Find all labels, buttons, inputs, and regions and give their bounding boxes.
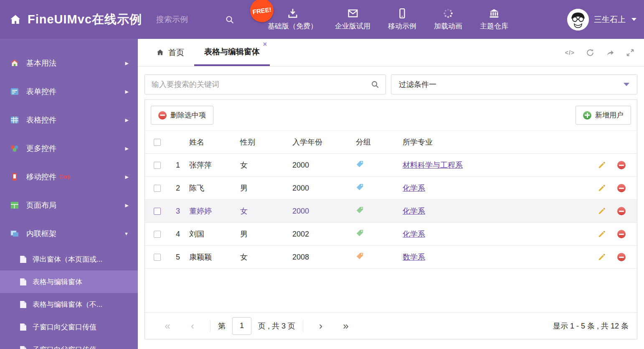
page-suffix: 页 , 共 3 页 xyxy=(258,321,295,331)
table-row[interactable]: 1 张萍萍 女 2000 材料科学与工程系 xyxy=(145,154,637,177)
keyword-search-input[interactable] xyxy=(151,80,370,89)
header-nav: FREE! 基础版（免费） 企业版试用 移动示例 加载动画 主题仓库 xyxy=(259,8,517,31)
row-checkbox[interactable] xyxy=(154,185,161,192)
edit-icon[interactable] xyxy=(598,253,606,261)
delete-icon[interactable] xyxy=(617,230,626,238)
sidebar-subitem-grid-edit-window-2[interactable]: 表格与编辑窗体（不... xyxy=(0,293,138,316)
sidebar-subitem-grid-edit-window[interactable]: 表格与编辑窗体 xyxy=(0,270,138,293)
chevron-right-icon xyxy=(125,146,129,151)
nav-theme-repo[interactable]: 主题仓库 xyxy=(480,8,508,31)
mobile-icon xyxy=(397,8,408,19)
row-number: 5 xyxy=(169,253,186,262)
row-checkbox[interactable] xyxy=(154,162,161,169)
select-all-checkbox[interactable] xyxy=(154,139,161,146)
home-icon xyxy=(10,59,19,67)
table-row[interactable]: 3 董婷婷 女 2000 化学系 xyxy=(145,200,637,223)
chevron-right-icon xyxy=(125,203,129,208)
header-search-input[interactable] xyxy=(155,15,214,25)
sidebar-item-iframe[interactable]: 内联框架 xyxy=(0,219,138,248)
data-grid: 姓名 性别 入学年份 分组 所学专业 1 张萍萍 女 2000 xyxy=(145,130,637,312)
search-icon[interactable] xyxy=(370,80,380,89)
filter-row: 过滤条件一 xyxy=(138,66,644,94)
first-page-button[interactable] xyxy=(155,320,180,332)
sidebar-item-page-layout[interactable]: 页面布局 xyxy=(0,191,138,219)
row-major-link[interactable]: 数学系 xyxy=(403,253,425,261)
bank-icon xyxy=(489,8,499,19)
row-major-link[interactable]: 化学系 xyxy=(403,184,425,192)
last-page-button[interactable] xyxy=(333,320,358,332)
table-row[interactable]: 2 陈飞 男 2000 化学系 xyxy=(145,177,637,200)
edit-icon[interactable] xyxy=(598,184,606,192)
page-number-input[interactable] xyxy=(232,317,251,335)
header-name: 姓名 xyxy=(186,137,237,147)
row-checkbox[interactable] xyxy=(154,231,161,238)
sidebar-item-more-controls[interactable]: 更多控件 xyxy=(0,134,138,163)
sidebar-subitem-child-to-parent-2[interactable]: 子窗口向父窗口传值... xyxy=(0,338,138,349)
tab-grid-edit-window[interactable]: 表格与编辑窗体 xyxy=(194,39,270,66)
expand-icon[interactable] xyxy=(626,48,635,57)
row-name: 陈飞 xyxy=(186,183,237,193)
nav-mobile-demo[interactable]: 移动示例 xyxy=(388,8,416,31)
add-user-button[interactable]: 新增用户 xyxy=(576,106,631,125)
chevron-right-icon xyxy=(125,61,129,66)
sidebar-item-grid-controls[interactable]: 表格控件 xyxy=(0,106,138,134)
phone-icon xyxy=(10,173,19,181)
tab-label: 首页 xyxy=(168,47,184,58)
file-icon xyxy=(20,323,27,331)
sidebar-item-basic-usage[interactable]: 基本用法 xyxy=(0,49,138,77)
nav-loading-animation[interactable]: 加载动画 xyxy=(434,8,462,31)
row-checkbox[interactable] xyxy=(154,208,161,215)
edit-icon[interactable] xyxy=(598,230,606,238)
search-icon[interactable] xyxy=(225,15,235,25)
edit-icon[interactable] xyxy=(598,207,606,215)
next-page-button[interactable] xyxy=(308,320,333,332)
refresh-icon[interactable] xyxy=(586,48,595,57)
user-menu[interactable]: 三生石上 xyxy=(567,9,636,31)
nav-label: 主题仓库 xyxy=(480,21,508,31)
nav-basic-edition[interactable]: FREE! 基础版（免费） xyxy=(268,8,317,31)
sidebar-item-label: 页面布局 xyxy=(26,200,56,210)
table-row[interactable]: 4 刘国 男 2002 化学系 xyxy=(145,223,637,246)
row-major-link[interactable]: 化学系 xyxy=(403,230,425,238)
tag-icon xyxy=(356,229,364,237)
source-code-icon[interactable] xyxy=(565,49,575,56)
delete-icon[interactable] xyxy=(617,253,626,261)
frame-icon xyxy=(10,229,19,238)
row-gender: 女 xyxy=(237,252,289,262)
nav-enterprise-trial[interactable]: 企业版试用 xyxy=(335,8,370,31)
delete-icon[interactable] xyxy=(617,184,626,192)
sidebar-subitem-label: 表格与编辑窗体 xyxy=(33,277,82,287)
prev-page-button[interactable] xyxy=(180,320,205,332)
spinner-icon xyxy=(443,8,454,19)
row-major-link[interactable]: 材料科学与工程系 xyxy=(403,161,463,169)
sidebar-subitem-popup-window[interactable]: 弹出窗体（本页面或... xyxy=(0,248,138,270)
sidebar: 基本用法 表单控件 表格控件 更多控件 移动控件 Corp. xyxy=(0,39,138,349)
chevron-right-icon xyxy=(125,117,129,123)
divider xyxy=(303,320,303,332)
app-home-icon[interactable] xyxy=(9,13,22,26)
sidebar-item-form-controls[interactable]: 表单控件 xyxy=(0,77,138,106)
row-major-link[interactable]: 化学系 xyxy=(403,207,425,215)
tab-home[interactable]: 首页 xyxy=(146,39,194,66)
sidebar-subitem-label: 表格与编辑窗体（不... xyxy=(33,300,102,309)
sidebar-item-label: 内联框架 xyxy=(26,229,56,239)
sidebar-item-mobile-controls[interactable]: 移动控件 Corp. xyxy=(0,163,138,191)
home-icon xyxy=(156,48,164,56)
filter-dropdown[interactable]: 过滤条件一 xyxy=(391,74,637,94)
delete-icon[interactable] xyxy=(617,161,626,169)
chevron-right-icon xyxy=(125,89,129,94)
delete-icon[interactable] xyxy=(617,207,626,215)
close-icon[interactable] xyxy=(263,41,267,48)
row-checkbox[interactable] xyxy=(154,254,161,261)
delete-selected-button[interactable]: 删除选中项 xyxy=(151,106,213,125)
tag-icon xyxy=(356,183,364,191)
row-gender: 男 xyxy=(237,183,289,193)
grid-panel: 删除选中项 新增用户 姓名 性别 入学年份 分组 所 xyxy=(145,99,637,339)
row-name: 康颖颖 xyxy=(186,252,237,262)
add-user-label: 新增用户 xyxy=(595,110,624,120)
share-icon[interactable] xyxy=(606,48,615,57)
avatar xyxy=(567,9,589,31)
edit-icon[interactable] xyxy=(598,161,606,169)
table-row[interactable]: 5 康颖颖 女 2008 数学系 xyxy=(145,246,637,269)
sidebar-subitem-child-to-parent[interactable]: 子窗口向父窗口传值 xyxy=(0,316,138,338)
